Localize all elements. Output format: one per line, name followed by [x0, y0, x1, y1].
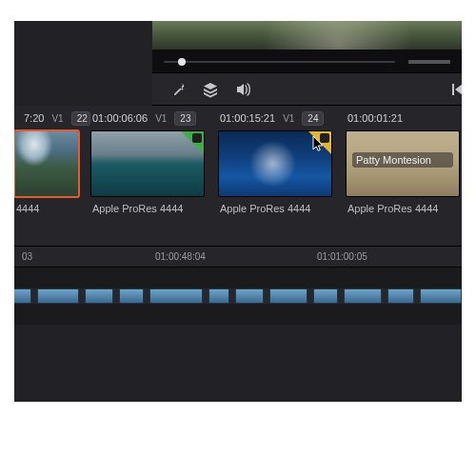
timeline-clip-segment[interactable] [269, 288, 307, 304]
clip-number-chip[interactable]: 23 [174, 111, 196, 126]
viewer-scrubber[interactable] [164, 59, 395, 65]
eyedropper-icon[interactable] [169, 81, 187, 98]
viewer-toolbar [152, 73, 462, 106]
timecode-partial: 7:20 [24, 112, 44, 124]
timeline-clip-segment[interactable] [14, 288, 31, 304]
layers-icon[interactable] [202, 81, 219, 98]
viewer-zoom-bar[interactable] [408, 60, 450, 64]
timeline-clip-segment[interactable] [387, 288, 414, 304]
timeline-clip-segment[interactable] [149, 288, 203, 304]
ruler-mark: 01:01:00:05 [317, 251, 367, 262]
ruler-mark: 03 [22, 251, 32, 262]
clip-thumbnail[interactable] [218, 130, 332, 197]
timeline-clip-segment[interactable] [420, 288, 462, 304]
clip-codec-label: Apple ProRes 4444 [346, 203, 462, 214]
timeline-clip-segment[interactable] [313, 288, 338, 304]
clip-timecode: 01:00:15:21 [220, 112, 275, 124]
timeline-clip-segment[interactable] [235, 288, 264, 304]
clip-timecode: 01:00:06:06 [92, 112, 148, 124]
timeline-ruler[interactable]: 03 01:00:48:04 01:01:00:05 [14, 247, 462, 268]
clip-codec-row: 4444 Apple ProRes 4444 Apple ProRes 4444… [14, 197, 462, 214]
clip-header-row: 7:20 V1 22 01:00:06:06 V1 23 01:00:15:21… [14, 106, 462, 130]
thumbnails-row: Patty Montesion [14, 130, 462, 197]
clip-number-chip[interactable]: 24 [302, 111, 324, 126]
clip-strip: 7:20 V1 22 01:00:06:06 V1 23 01:00:15:21… [14, 106, 462, 247]
clip-name-overlay: Patty Montesion [352, 152, 453, 168]
skip-back-icon[interactable] [448, 81, 462, 98]
timeline-clip-segment[interactable] [37, 288, 79, 304]
cursor-icon [312, 135, 326, 152]
timeline-clip-segment[interactable] [344, 288, 382, 304]
timeline-clip-segment[interactable] [208, 288, 229, 304]
clip-codec-label: Apple ProRes 4444 [90, 203, 208, 214]
clip-thumbnail[interactable]: Patty Montesion [346, 130, 460, 197]
clip-thumbnail[interactable] [14, 130, 79, 197]
timeline[interactable] [14, 268, 462, 325]
track-label: V1 [51, 113, 63, 124]
track-label: V1 [155, 113, 167, 124]
clip-badge-icon [181, 131, 204, 154]
speaker-icon[interactable] [234, 81, 251, 98]
clip-thumbnail[interactable] [90, 130, 205, 197]
clip-codec-label: 4444 [14, 203, 81, 214]
scrub-playhead[interactable] [178, 58, 186, 66]
ruler-mark: 01:00:48:04 [155, 251, 206, 262]
clip-timecode: 01:00:01:21 [347, 112, 403, 124]
clip-codec-label: Apple ProRes 4444 [218, 203, 336, 214]
timeline-clip-segment[interactable] [85, 288, 113, 304]
viewer-frame [152, 21, 462, 50]
timeline-track[interactable] [14, 288, 462, 304]
viewer-panel [152, 21, 462, 73]
timeline-clip-segment[interactable] [119, 288, 144, 304]
track-label: V1 [283, 113, 294, 124]
